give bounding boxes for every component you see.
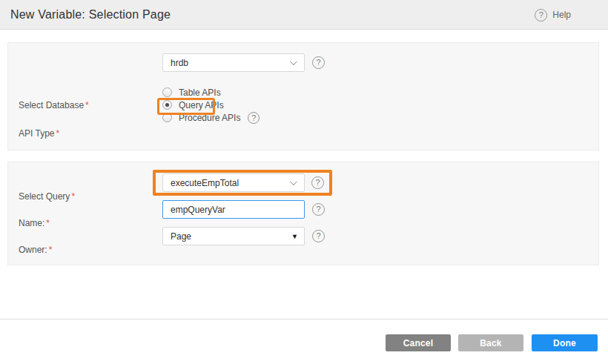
radio-label: Table APIs [179, 87, 221, 98]
owner-select[interactable]: Page ▼ [162, 227, 305, 245]
select-query-label: Select Query* [19, 191, 75, 202]
radio-unchecked-icon [162, 87, 172, 97]
help-icon[interactable]: ? [248, 112, 260, 124]
select-caret-icon: ▼ [291, 233, 298, 240]
required-asterisk: * [46, 218, 50, 228]
cancel-button[interactable]: Cancel [386, 334, 451, 351]
radio-unchecked-icon [162, 113, 172, 122]
help-link[interactable]: ? Help [535, 0, 571, 30]
new-variable-dialog: New Variable: Selection Page ? Help Sele… [0, 0, 608, 364]
chevron-down-icon [290, 58, 297, 65]
database-section: Select Database* hrdb ? API Type* Table … [7, 42, 599, 150]
select-query-value: executeEmpTotal [171, 178, 290, 188]
owner-value: Page [171, 231, 291, 242]
select-query-dropdown[interactable]: executeEmpTotal [162, 173, 305, 192]
dialog-footer: Cancel Back Done [0, 319, 608, 364]
required-asterisk: * [85, 100, 89, 110]
page-title: New Variable: Selection Page [0, 8, 171, 21]
help-icon[interactable]: ? [312, 230, 325, 242]
chevron-down-icon [290, 178, 297, 185]
owner-label: Owner:* [19, 245, 52, 255]
help-icon[interactable]: ? [312, 56, 325, 69]
radio-checked-icon [162, 100, 172, 110]
required-asterisk: * [49, 245, 53, 255]
dialog-header: New Variable: Selection Page ? Help [0, 0, 608, 30]
radio-label: Query APIs [179, 100, 224, 110]
query-section: Select Query* executeEmpTotal ? Name:* ?… [7, 162, 599, 265]
api-type-label: API Type* [19, 128, 59, 139]
select-database-dropdown[interactable]: hrdb [162, 53, 305, 72]
name-input[interactable] [162, 200, 305, 219]
radio-table-apis[interactable]: Table APIs [162, 86, 260, 99]
name-label: Name:* [19, 218, 50, 228]
radio-procedure-apis[interactable]: Procedure APIs ? [162, 111, 260, 124]
radio-query-apis[interactable]: Query APIs [162, 99, 260, 111]
select-database-label: Select Database* [19, 100, 89, 110]
help-icon[interactable]: ? [312, 203, 325, 216]
back-button[interactable]: Back [458, 334, 523, 351]
help-label: Help [552, 10, 571, 20]
api-type-radio-group: Table APIs Query APIs Procedure APIs ? [162, 86, 260, 124]
radio-label: Procedure APIs [179, 113, 240, 123]
select-database-value: hrdb [171, 58, 290, 68]
required-asterisk: * [71, 191, 75, 202]
required-asterisk: * [56, 128, 59, 139]
help-icon[interactable]: ? [311, 176, 324, 189]
done-button[interactable]: Done [532, 334, 598, 351]
help-icon: ? [535, 9, 547, 21]
